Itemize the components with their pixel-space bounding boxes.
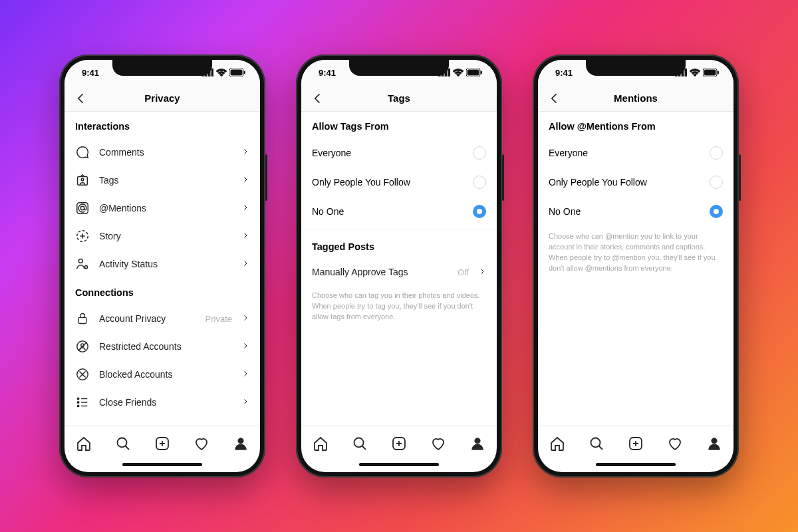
row-blocked[interactable]: Blocked Accounts [65,360,260,388]
svg-point-14 [78,259,82,263]
chevron-right-icon [241,231,249,241]
tag-icon [75,173,90,188]
tab-bar [538,426,733,460]
row-restricted[interactable]: Restricted Accounts [65,332,260,360]
mention-icon [75,201,90,215]
home-indicator[interactable] [65,460,260,472]
home-icon [549,436,565,452]
search-icon [115,436,131,452]
home-indicator[interactable] [538,460,733,472]
tab-home[interactable] [549,436,565,452]
search-icon [352,436,368,452]
tab-activity[interactable] [667,436,683,452]
radio-label: Everyone [549,148,588,158]
phone-mentions: 9:41 Mentions Allow @Mentions From Every… [533,55,739,477]
navbar: Privacy [65,85,260,112]
divider [301,229,497,229]
tab-search[interactable] [352,436,368,452]
status-time: 9:41 [82,68,99,78]
svg-line-56 [599,446,603,450]
radio-indicator [473,176,486,189]
row-account-privacy[interactable]: Account Privacy Private [65,305,260,332]
chevron-right-icon [241,313,249,324]
svg-rect-54 [718,71,719,74]
row-mentions[interactable]: @Mentions [65,194,260,222]
radio-everyone[interactable]: Everyone [538,138,733,168]
row-label: Close Friends [99,397,232,408]
activity-heart-icon [194,436,209,452]
tab-new-post[interactable] [628,436,644,452]
chevron-right-icon [241,175,249,186]
radio-label: Everyone [312,148,351,158]
row-value: Private [205,314,232,324]
tab-search[interactable] [115,436,131,452]
section-header-connections: Connections [65,278,260,305]
radio-only-following[interactable]: Only People You Follow [538,168,733,197]
tab-profile[interactable] [233,436,249,452]
back-button[interactable] [547,91,562,106]
phone-privacy: 9:41 Privacy Interactions Comments Tags [59,55,265,477]
radio-everyone[interactable]: Everyone [301,138,497,168]
section-header-tagged-posts: Tagged Posts [301,232,497,259]
home-indicator[interactable] [301,460,497,472]
row-close-friends[interactable]: Close Friends [65,388,260,416]
battery-icon [703,68,719,76]
row-activity-status[interactable]: Activity Status [65,250,260,278]
newpost-icon [154,436,170,452]
svg-rect-38 [448,68,450,76]
tab-activity[interactable] [194,436,209,452]
svg-point-24 [77,402,78,403]
status-time: 9:41 [555,68,573,78]
radio-label: No One [312,206,344,217]
svg-line-43 [362,446,366,450]
svg-point-23 [77,398,78,399]
tab-profile[interactable] [469,436,485,452]
tab-profile[interactable] [706,436,722,452]
wifi-icon [690,68,700,76]
row-label: Manually Approve Tags [312,267,448,277]
svg-rect-53 [704,70,716,75]
row-label: Comments [99,147,232,158]
radio-no-one[interactable]: No One [301,197,497,226]
row-tags[interactable]: Tags [65,166,260,194]
row-comments[interactable]: Comments [65,138,260,166]
row-manual-approve[interactable]: Manually Approve Tags Off [301,259,497,285]
chevron-right-icon [478,267,486,277]
radio-indicator [473,146,486,160]
radio-label: No One [549,206,581,217]
radio-no-one[interactable]: No One [538,197,733,226]
activity-heart-icon [430,436,446,452]
svg-point-29 [118,438,127,447]
page-title: Privacy [144,92,180,104]
chevron-right-icon [241,397,249,408]
tab-search[interactable] [589,436,604,452]
svg-rect-6 [244,71,245,74]
tab-home[interactable] [76,436,92,452]
radio-indicator [473,205,486,218]
radio-indicator [710,146,723,160]
svg-rect-41 [481,71,482,74]
tab-new-post[interactable] [154,436,170,452]
comment-icon [75,145,90,160]
newpost-icon [391,436,407,452]
closefriends-icon [75,395,90,410]
svg-point-47 [474,438,479,443]
tab-activity[interactable] [430,436,446,452]
story-icon [75,229,90,243]
chevron-right-icon [241,203,249,213]
chevron-right-icon [241,147,249,158]
tab-new-post[interactable] [391,436,407,452]
restricted-icon [75,339,90,354]
svg-line-30 [126,446,130,450]
svg-point-60 [711,438,716,443]
tab-bar [301,426,497,460]
svg-point-25 [77,405,78,406]
radio-only-following[interactable]: Only People You Follow [301,168,497,197]
back-button[interactable] [311,91,325,106]
section-header-interactions: Interactions [65,112,260,138]
tab-home[interactable] [313,436,329,452]
back-button[interactable] [74,91,88,106]
radio-indicator [710,205,723,218]
row-story[interactable]: Story [65,222,260,250]
help-text: Choose who can tag you in their photos a… [301,285,497,323]
